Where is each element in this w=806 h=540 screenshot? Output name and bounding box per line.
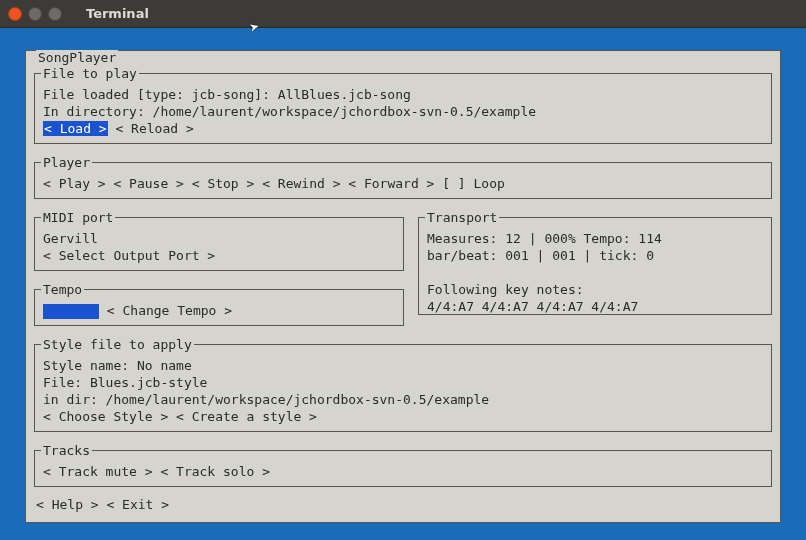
- create-style-button[interactable]: < Create a style >: [176, 409, 317, 424]
- midi-legend: MIDI port: [41, 209, 115, 226]
- choose-style-button[interactable]: < Choose Style >: [43, 409, 168, 424]
- file-to-play-group: File to play File loaded [type: jcb-song…: [34, 65, 772, 144]
- tracks-group: Tracks < Track mute > < Track solo >: [34, 442, 772, 487]
- transport-group: Transport Measures: 12 | 000% Tempo: 114…: [418, 209, 772, 315]
- style-name-line: Style name: No name: [43, 357, 763, 374]
- player-legend: Player: [41, 154, 92, 171]
- select-output-port-button[interactable]: < Select Output Port >: [43, 248, 215, 263]
- file-legend: File to play: [41, 65, 139, 82]
- transport-line2: bar/beat: 001 | 001 | tick: 0: [427, 247, 763, 264]
- midi-port-group: MIDI port Gervill < Select Output Port >: [34, 209, 404, 271]
- style-group: Style file to apply Style name: No name …: [34, 336, 772, 432]
- midi-device: Gervill: [43, 230, 395, 247]
- maximize-icon[interactable]: [48, 7, 62, 21]
- help-button[interactable]: < Help >: [36, 497, 99, 512]
- close-icon[interactable]: [8, 7, 22, 21]
- window-titlebar: Terminal: [0, 0, 806, 28]
- window-title: Terminal: [86, 6, 149, 21]
- style-legend: Style file to apply: [41, 336, 194, 353]
- tempo-input[interactable]: [43, 304, 99, 319]
- play-button[interactable]: < Play >: [43, 176, 106, 191]
- app-frame: SongPlayer File to play File loaded [typ…: [25, 50, 781, 523]
- exit-button[interactable]: < Exit >: [106, 497, 169, 512]
- rewind-button[interactable]: < Rewind >: [262, 176, 340, 191]
- track-solo-button[interactable]: < Track solo >: [160, 464, 270, 479]
- load-button[interactable]: < Load >: [43, 121, 108, 136]
- pause-button[interactable]: < Pause >: [113, 176, 183, 191]
- transport-following-label: Following key notes:: [427, 281, 763, 298]
- transport-notes: 4/4:A7 4/4:A7 4/4:A7 4/4:A7: [427, 298, 763, 315]
- app-title: SongPlayer: [36, 50, 118, 65]
- transport-legend: Transport: [425, 209, 499, 226]
- stop-button[interactable]: < Stop >: [192, 176, 255, 191]
- forward-button[interactable]: < Forward >: [348, 176, 434, 191]
- minimize-icon[interactable]: [28, 7, 42, 21]
- tempo-group: Tempo < Change Tempo >: [34, 281, 404, 326]
- file-loaded-line: File loaded [type: jcb-song]: AllBlues.j…: [43, 86, 763, 103]
- style-dir-line: in dir: /home/laurent/workspace/jchordbo…: [43, 391, 763, 408]
- style-file-line: File: Blues.jcb-style: [43, 374, 763, 391]
- player-group: Player < Play > < Pause > < Stop > < Rew…: [34, 154, 772, 199]
- loop-checkbox[interactable]: [ ] Loop: [442, 176, 505, 191]
- change-tempo-button[interactable]: < Change Tempo >: [107, 303, 232, 318]
- tempo-legend: Tempo: [41, 281, 84, 298]
- reload-button[interactable]: < Reload >: [115, 121, 193, 136]
- transport-line1: Measures: 12 | 000% Tempo: 114: [427, 230, 763, 247]
- file-dir-line: In directory: /home/laurent/workspace/jc…: [43, 103, 763, 120]
- track-mute-button[interactable]: < Track mute >: [43, 464, 153, 479]
- tracks-legend: Tracks: [41, 442, 92, 459]
